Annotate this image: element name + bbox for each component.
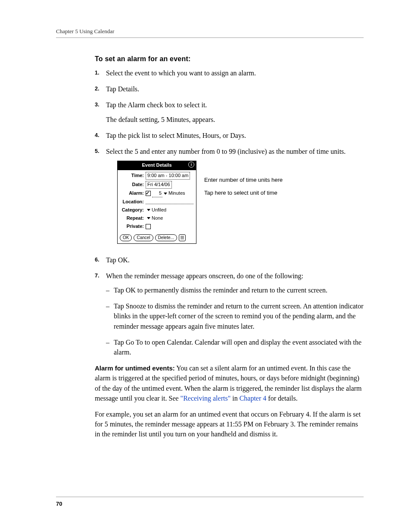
row-location: Location: bbox=[120, 199, 193, 205]
step-text: Select the event to which you want to as… bbox=[106, 69, 256, 77]
step-text: Tap OK. bbox=[106, 256, 130, 264]
step-number: 3. bbox=[95, 101, 99, 109]
step-2: 2. Tap Details. bbox=[95, 84, 364, 94]
step-number: 1. bbox=[95, 69, 99, 77]
section-title: To set an alarm for an event: bbox=[95, 55, 364, 63]
callout-number-units: Enter number of time units here bbox=[204, 176, 283, 184]
step-6: 6. Tap OK. bbox=[95, 255, 364, 265]
label-alarm: Alarm: bbox=[120, 190, 146, 197]
paragraph-example: For example, you set an alarm for an unt… bbox=[95, 409, 364, 439]
value-repeat: None bbox=[152, 215, 163, 222]
paragraph-untimed: Alarm for untimed events: You can set a … bbox=[95, 363, 364, 403]
label-category: Category: bbox=[120, 207, 146, 214]
ok-button-mock: OK bbox=[120, 234, 132, 241]
step-followup: The default setting, 5 Minutes, appears. bbox=[106, 115, 364, 124]
untimed-text-mid: in bbox=[230, 395, 239, 402]
sub-list: Tap OK to permanently dismiss the remind… bbox=[106, 285, 364, 357]
note-icon bbox=[179, 234, 186, 241]
untimed-heading: Alarm for untimed events: bbox=[95, 364, 175, 372]
step-text: Tap the pick list to select Minutes, Hou… bbox=[106, 132, 246, 139]
step-number: 4. bbox=[95, 131, 99, 139]
device-title-bar: Event Details i bbox=[118, 161, 196, 170]
link-receiving-alerts[interactable]: "Receiving alerts" bbox=[181, 395, 231, 402]
step-number: 5. bbox=[95, 147, 99, 155]
row-repeat: Repeat: None bbox=[120, 215, 193, 222]
step-list: 1. Select the event to which you want to… bbox=[95, 68, 364, 357]
row-private: Private: bbox=[120, 223, 193, 230]
alarm-unit: Minutes bbox=[168, 190, 185, 197]
delete-button-mock: Delete... bbox=[155, 234, 177, 241]
alarm-checkbox-icon bbox=[146, 191, 151, 196]
running-header: Chapter 5 Using Calendar bbox=[56, 28, 364, 38]
private-checkbox-icon bbox=[146, 224, 151, 229]
row-alarm: Alarm: 5 Minutes bbox=[120, 190, 193, 197]
sub-item: Tap Snooze to dismiss the reminder and r… bbox=[106, 301, 364, 331]
device-title-text: Event Details bbox=[142, 162, 171, 168]
callout-unit-picker: Tap here to select unit of time bbox=[204, 189, 283, 197]
label-private: Private: bbox=[120, 223, 146, 230]
step-4: 4. Tap the pick list to select Minutes, … bbox=[95, 131, 364, 140]
untimed-text-end: for details. bbox=[266, 395, 297, 402]
row-time: Time: 9:00 am - 10:00 am bbox=[120, 172, 193, 180]
step-text: Tap Details. bbox=[106, 85, 139, 93]
label-repeat: Repeat: bbox=[120, 215, 146, 222]
alarm-number: 5 bbox=[152, 190, 162, 197]
link-chapter-4[interactable]: Chapter 4 bbox=[240, 395, 267, 402]
info-icon: i bbox=[188, 162, 194, 168]
page-number: 70 bbox=[56, 497, 364, 507]
chevron-down-icon bbox=[147, 217, 150, 219]
value-category: Unfiled bbox=[152, 207, 166, 214]
value-time: 9:00 am - 10:00 am bbox=[146, 172, 190, 180]
row-category: Category: Unfiled bbox=[120, 207, 193, 214]
label-location: Location: bbox=[120, 199, 146, 205]
step-1: 1. Select the event to which you want to… bbox=[95, 68, 364, 78]
label-time: Time: bbox=[120, 172, 146, 179]
step-text: Select the 5 and enter any number from 0… bbox=[106, 148, 346, 155]
row-date: Date: Fri 4/14/06 bbox=[120, 181, 193, 189]
step-number: 6. bbox=[95, 256, 99, 264]
step-text: When the reminder message appears onscre… bbox=[106, 272, 303, 280]
step-number: 7. bbox=[95, 272, 99, 280]
chevron-down-icon bbox=[147, 209, 150, 211]
sub-item: Tap OK to permanently dismiss the remind… bbox=[106, 285, 364, 295]
step-text: Tap the Alarm check box to select it. bbox=[106, 101, 207, 109]
value-date: Fri 4/14/06 bbox=[146, 181, 172, 189]
sub-item: Tap Go To to open Calendar. Calendar wil… bbox=[106, 337, 364, 357]
cancel-button-mock: Cancel bbox=[134, 234, 153, 241]
step-7: 7. When the reminder message appears ons… bbox=[95, 271, 364, 357]
label-date: Date: bbox=[120, 181, 146, 188]
step-number: 2. bbox=[95, 85, 99, 93]
location-field-line bbox=[146, 199, 193, 204]
figure: Event Details i Time: 9:00 am - 10:00 am… bbox=[117, 161, 364, 244]
step-3: 3. Tap the Alarm check box to select it.… bbox=[95, 100, 364, 124]
chevron-down-icon bbox=[164, 193, 167, 195]
device-mock: Event Details i Time: 9:00 am - 10:00 am… bbox=[117, 161, 196, 244]
step-5: 5. Select the 5 and enter any number fro… bbox=[95, 146, 364, 244]
callouts: Enter number of time units here Tap here… bbox=[204, 161, 283, 196]
